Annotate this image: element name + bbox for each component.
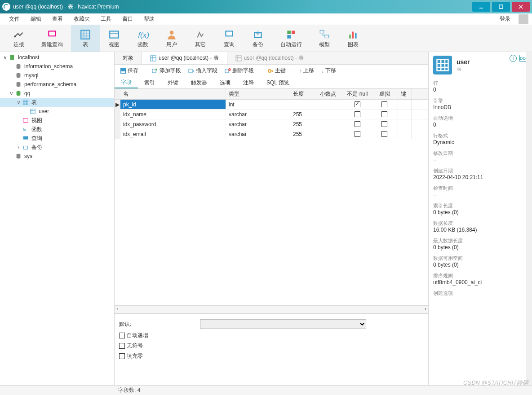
move-up-button[interactable]: ↑上移 (297, 67, 317, 75)
auto-increment-checkbox[interactable]: 自动递增 (119, 332, 200, 339)
tree-db-performance-schema[interactable]: performance_schema (0, 80, 114, 89)
toolbar-function[interactable]: f(x)函数 (129, 25, 157, 52)
tree-db-qq[interactable]: ∨qq (0, 89, 114, 98)
minimize-button[interactable] (472, 2, 490, 12)
svg-rect-13 (287, 35, 291, 39)
add-field-button[interactable]: 添加字段 (149, 67, 184, 75)
subtab-options[interactable]: 选项 (213, 77, 237, 88)
tree-db-information-schema[interactable]: information_schema (0, 62, 114, 71)
info-property: 数据可用空间0 bytes (0) (433, 255, 528, 268)
move-down-button[interactable]: ↓下移 (319, 67, 339, 75)
menu-favorites[interactable]: 收藏夹 (68, 15, 95, 23)
menu-tools[interactable]: 工具 (95, 15, 117, 23)
tree-tables[interactable]: ∨表 (0, 98, 114, 107)
svg-rect-12 (292, 31, 295, 34)
view-icon (22, 117, 30, 124)
maximize-button[interactable] (492, 2, 510, 12)
tab-objects[interactable]: 对象 (115, 52, 142, 64)
menu-view[interactable]: 查看 (47, 15, 68, 23)
svg-rect-14 (320, 30, 324, 33)
tree-db-mysql[interactable]: mysql (0, 71, 114, 80)
toolbar-new-query[interactable]: 新建查询 (33, 25, 71, 52)
svg-rect-16 (349, 35, 350, 39)
tree-backups[interactable]: ›备份 (0, 143, 114, 152)
subtab-triggers[interactable]: 触发器 (185, 77, 213, 88)
col-length[interactable]: 长度 (290, 89, 317, 99)
col-decimal[interactable]: 小数点 (317, 89, 344, 99)
grid-row[interactable]: ▶ pk_id int (115, 100, 428, 110)
subtab-comment[interactable]: 注释 (237, 77, 260, 88)
tree-queries[interactable]: 查询 (0, 134, 114, 143)
menu-bar: 文件 编辑 查看 收藏夹 工具 窗口 帮助 登录 (0, 13, 532, 25)
toolbar-connect[interactable]: 连接 (4, 25, 33, 52)
delete-field-button[interactable]: 删除字段 (222, 67, 257, 75)
insert-field-button[interactable]: 插入字段 (186, 67, 220, 75)
top-tabs: 对象 user @qq (localhost) - 表 user @qq (lo… (115, 52, 428, 65)
info-panel: i DDL user 表 行0引擎InnoDB自动递增0行格式Dynamic修改… (429, 52, 532, 385)
function-icon: fx (22, 126, 30, 133)
svg-rect-18 (355, 33, 356, 39)
fields-grid: 名 类型 长度 小数点 不是 null 虚拟 键 ▶ pk_id int idx… (115, 89, 428, 313)
toolbar-autorun[interactable]: 自动运行 (272, 25, 310, 52)
subtab-foreign-keys[interactable]: 外键 (161, 77, 185, 88)
toolbar-user[interactable]: 用户 (157, 25, 186, 52)
tree-functions[interactable]: fx函数 (0, 125, 114, 134)
info-icon[interactable]: i (510, 55, 517, 62)
toolbar-table[interactable]: 表 (71, 25, 100, 52)
primary-key-button[interactable]: 主键 (265, 67, 288, 75)
toolbar-view[interactable]: 视图 (100, 25, 129, 52)
svg-rect-5 (110, 31, 119, 38)
grid-body[interactable]: ▶ pk_id int idx_name varchar 255 idx_pas… (115, 100, 428, 305)
info-subtitle: 表 (457, 66, 470, 72)
svg-text:fx: fx (23, 127, 26, 132)
subtab-sql-preview[interactable]: SQL 预览 (260, 77, 296, 88)
zerofill-checkbox[interactable]: 填充零 (119, 352, 200, 360)
status-field-count: 字段数: 4 (118, 386, 140, 394)
grid-row[interactable]: idx_email varchar 255 (115, 129, 428, 139)
tree-db-sys[interactable]: sys (0, 152, 114, 161)
tab-user-inactive[interactable]: user @qq (localhost) - 表 (227, 52, 313, 64)
center-panel: 对象 user @qq (localhost) - 表 user @qq (lo… (115, 52, 429, 385)
toolbar-other[interactable]: 其它 (186, 25, 215, 52)
menu-file[interactable]: 文件 (4, 15, 25, 23)
toolbar-backup[interactable]: 备份 (244, 25, 272, 52)
login-button[interactable]: 登录 (494, 15, 516, 23)
svg-rect-3 (49, 32, 55, 36)
svg-point-39 (268, 70, 271, 72)
svg-rect-25 (31, 109, 35, 114)
grid-row[interactable]: idx_name varchar 255 (115, 110, 428, 119)
table-group-icon (22, 99, 30, 106)
svg-rect-19 (10, 55, 14, 60)
menu-edit[interactable]: 编辑 (25, 15, 47, 23)
vertical-scrollbar[interactable] (526, 52, 532, 385)
unsigned-checkbox[interactable]: 无符号 (119, 342, 200, 350)
tree-table-user[interactable]: user (0, 107, 114, 116)
col-key[interactable]: 键 (398, 89, 412, 99)
col-virtual[interactable]: 虚拟 (371, 89, 398, 99)
col-name[interactable]: 名 (120, 89, 226, 99)
menu-help[interactable]: 帮助 (138, 15, 160, 23)
col-type[interactable]: 类型 (226, 89, 290, 99)
tree-connection-localhost[interactable]: ∨ localhost (0, 53, 114, 62)
tree-views[interactable]: 视图 (0, 116, 114, 125)
close-button[interactable] (512, 2, 530, 12)
tab-user-active[interactable]: user @qq (localhost) - 表 (142, 52, 227, 64)
database-icon (14, 153, 22, 160)
menu-window[interactable]: 窗口 (117, 15, 138, 23)
database-icon (14, 81, 22, 88)
col-notnull[interactable]: 不是 null (344, 89, 371, 99)
database-icon (14, 72, 22, 79)
default-select[interactable] (200, 319, 366, 329)
sidebar-tree[interactable]: ∨ localhost information_schema mysql per… (0, 52, 115, 385)
subtab-indexes[interactable]: 索引 (138, 77, 161, 88)
toolbar-query[interactable]: 查询 (215, 25, 244, 52)
info-property: 引擎InnoDB (433, 97, 528, 110)
toolbar-chart[interactable]: 图表 (339, 25, 368, 52)
horizontal-scrollbar[interactable] (115, 305, 428, 313)
subtab-fields[interactable]: 字段 (115, 77, 138, 88)
info-property: 自动递增0 (433, 115, 528, 128)
grid-row[interactable]: idx_password varchar 255 (115, 119, 428, 129)
avatar-icon[interactable] (519, 14, 528, 24)
save-button[interactable]: 保存 (117, 67, 141, 75)
toolbar-model[interactable]: 模型 (310, 25, 339, 52)
